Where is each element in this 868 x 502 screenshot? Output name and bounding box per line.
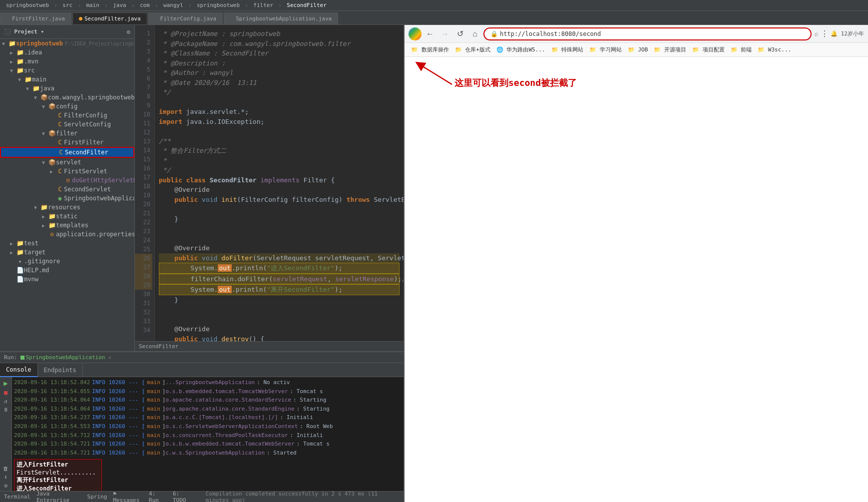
bottom-tab-bar: Console Endpoints xyxy=(0,363,404,377)
tree-item-mvnw[interactable]: ▶ 📄 mvnw xyxy=(0,275,134,284)
annotation-text: 这里可以看到second被拦截了 xyxy=(454,77,577,89)
file-name-label: SecondFilter xyxy=(139,343,178,350)
nav-forward-button[interactable]: → xyxy=(438,27,451,40)
console-line: 2020-09-16 13:18:54.712 INFO 10260 --- [… xyxy=(14,431,402,440)
tab-dot xyxy=(6,17,10,20)
tree-item-root[interactable]: ▼ 📁 springbootweb F:\IDEA_Project\spring… xyxy=(0,39,134,48)
tree-item-templates[interactable]: ▶ 📁 templates xyxy=(0,221,134,230)
bookmark-w3c[interactable]: 📁 W3sc... xyxy=(755,45,794,54)
breadcrumb-springbootweb[interactable]: springbootweb xyxy=(4,2,51,8)
code-text[interactable]: * @ProjectName : springbootweb * @Packag… xyxy=(155,25,404,341)
breadcrumb-springbootweb2[interactable]: springbootweb xyxy=(195,2,242,8)
tree-item-config[interactable]: ▼ 📦 config xyxy=(0,102,134,111)
tab-endpoints[interactable]: Endpoints xyxy=(38,363,83,377)
run-indicator xyxy=(20,356,24,360)
url-text: http://localhost:8080/second xyxy=(500,30,601,37)
tab-springbootwebapp[interactable]: SpringbootwebApplication.java xyxy=(224,12,338,24)
todo-btn[interactable]: 6: TODO xyxy=(173,491,194,502)
tree-item-mvn[interactable]: ▶ 📁 .mvn xyxy=(0,57,134,66)
console-highlight-line: 离开FirstFilter xyxy=(16,476,99,485)
tree-item-src[interactable]: ▼ 📁 src xyxy=(0,66,134,75)
spring-btn[interactable]: Spring xyxy=(87,494,107,500)
tab-firstfilter[interactable]: FirstFilter.java xyxy=(0,12,71,24)
stop-icon[interactable]: ■ xyxy=(4,389,7,396)
compilation-status: Compilation completed successfully in 2 … xyxy=(206,491,400,502)
code-editor[interactable]: 12345 678910 1112131415 1617181920 21222… xyxy=(135,25,404,341)
tree-item-gitignore[interactable]: ▶ ✦ .gitignore xyxy=(0,257,134,266)
tree-item-springbootwebapp[interactable]: ▶ ◉ SpringbootwebApplication xyxy=(0,194,134,203)
scroll-down-icon[interactable]: ⬇ xyxy=(4,474,7,481)
method-icon: m xyxy=(64,177,72,184)
breadcrumb-main[interactable]: main xyxy=(84,2,101,8)
tree-item-appprops[interactable]: ▶ ⚙ application.properties xyxy=(0,230,134,239)
tree-item-firstfilter[interactable]: ▶ C FirstFilter xyxy=(0,138,134,147)
java-enterprise-btn[interactable]: Java Enterprise xyxy=(36,491,81,502)
bookmark-databases[interactable]: 📁 数据库操作 xyxy=(409,45,451,54)
bookmark-projectconfig[interactable]: 📁 项目配置 xyxy=(690,45,727,54)
gitignore-icon: ✦ xyxy=(16,258,24,265)
bookmark-job[interactable]: 📁 JOB xyxy=(625,45,651,54)
tree-item-static[interactable]: ▶ 📁 static xyxy=(0,212,134,221)
bookmark-warehouse[interactable]: 📁 仓库+版式 xyxy=(452,45,493,54)
breadcrumb-secondfilter[interactable]: SecondFilter xyxy=(285,2,328,8)
settings-icon[interactable]: ⋮ xyxy=(821,29,829,38)
tab-filterconfig[interactable]: FilterConfig.java xyxy=(148,12,223,24)
tree-item-secondfilter[interactable]: ▶ C SecondFilter xyxy=(0,147,134,158)
console-action-bar: ▶ ■ ↺ ⏸ 🗑 ⬇ ⚙ xyxy=(0,377,12,491)
tree-item-pkg[interactable]: ▼ 📦 com.wangyl.springbootweb xyxy=(0,93,134,102)
tree-item-main[interactable]: ▼ 📁 main xyxy=(0,75,134,84)
restart-icon[interactable]: ▶ xyxy=(3,379,7,387)
tree-item-filterconfig[interactable]: ▶ C FilterConfig xyxy=(0,111,134,120)
bookmark-special[interactable]: 📁 特殊网站 xyxy=(549,45,586,54)
nav-home-button[interactable]: ⌂ xyxy=(468,27,481,40)
rerun-icon[interactable]: ↺ xyxy=(4,398,7,405)
browser-panel: ← → ↺ ⌂ 🔒 http://localhost:8080/second ☆… xyxy=(404,25,868,502)
nav-refresh-button[interactable]: ↺ xyxy=(453,27,466,40)
bookmarks-bar: 📁 数据库操作 📁 仓库+版式 🌐 华为路由W5... 📁 特殊网站 📁 学习网… xyxy=(405,43,868,57)
address-bar[interactable]: 🔒 http://localhost:8080/second xyxy=(483,27,812,40)
tab-secondfilter[interactable]: SecondFilter.java xyxy=(72,12,147,24)
tree-item-firstservlet[interactable]: ▶ C FirstServlet xyxy=(0,167,134,176)
run-btn[interactable]: 4: Run xyxy=(149,491,167,502)
breadcrumb-src[interactable]: src xyxy=(60,2,74,8)
settings-icon[interactable]: ⚙ xyxy=(127,28,130,35)
pause-icon[interactable]: ⏸ xyxy=(3,407,8,413)
messages-btn[interactable]: ⚑ Messages xyxy=(113,491,143,502)
folder-icon: 📁 xyxy=(48,213,56,220)
tab-console[interactable]: Console xyxy=(0,363,38,377)
tree-item-resources[interactable]: ▼ 📁 resources xyxy=(0,203,134,212)
tree-item-test[interactable]: ▶ 📁 test xyxy=(0,239,134,248)
folder-icon: 📁 xyxy=(16,249,24,256)
breadcrumb-java[interactable]: java xyxy=(111,2,128,8)
folder-icon: 📁 xyxy=(48,222,56,229)
terminal-btn[interactable]: Terminal xyxy=(4,494,30,500)
star-icon[interactable]: ☆ xyxy=(814,29,819,38)
breadcrumb-wangyl[interactable]: wangyl xyxy=(161,2,185,8)
tree-item-doget[interactable]: ▶ m doGet(HttpServletReque... xyxy=(0,176,134,185)
bookmark-frontend[interactable]: 📁 前端 xyxy=(728,45,755,54)
mvnw-icon: 📄 xyxy=(16,276,24,283)
tree-item-idea[interactable]: ▶ 📁 .idea xyxy=(0,48,134,57)
settings-console-icon[interactable]: ⚙ xyxy=(4,483,7,489)
tree-item-secondservlet[interactable]: ▶ C SecondServlet xyxy=(0,185,134,194)
bookmark-opensource[interactable]: 📁 开源项目 xyxy=(651,45,689,54)
tree-item-target[interactable]: ▶ 📁 target xyxy=(0,248,134,257)
project-header: ⬛ Project ▾ ⚙ xyxy=(0,25,134,39)
java-file-icon: C xyxy=(57,149,65,156)
tree-item-servlet-pkg[interactable]: ▼ 📦 servlet xyxy=(0,158,134,167)
bookmark-learning[interactable]: 📁 学习网站 xyxy=(587,45,624,54)
file-tree: ▼ 📁 springbootweb F:\IDEA_Project\spring… xyxy=(0,39,134,351)
tree-item-java[interactable]: ▼ 📁 java xyxy=(0,84,134,93)
tree-item-helpmd[interactable]: ▶ 📄 HELP.md xyxy=(0,266,134,275)
line-numbers: 12345 678910 1112131415 1617181920 21222… xyxy=(135,25,155,341)
java-file-icon: C xyxy=(56,121,64,128)
tree-item-servletconfig[interactable]: ▶ C ServletConfig xyxy=(0,120,134,129)
clear-console-icon[interactable]: 🗑 xyxy=(3,466,8,472)
tree-item-filter-pkg[interactable]: ▼ 📦 filter xyxy=(0,129,134,138)
breadcrumb-com[interactable]: com xyxy=(138,2,152,8)
breadcrumb-filter[interactable]: filter xyxy=(251,2,275,8)
nav-back-button[interactable]: ← xyxy=(424,27,436,40)
console-line: 2020-09-16 13:18:54.055 INFO 10260 --- [… xyxy=(14,387,402,396)
bookmark-huawei[interactable]: 🌐 华为路由W5... xyxy=(494,45,548,54)
md-icon: 📄 xyxy=(16,267,24,274)
